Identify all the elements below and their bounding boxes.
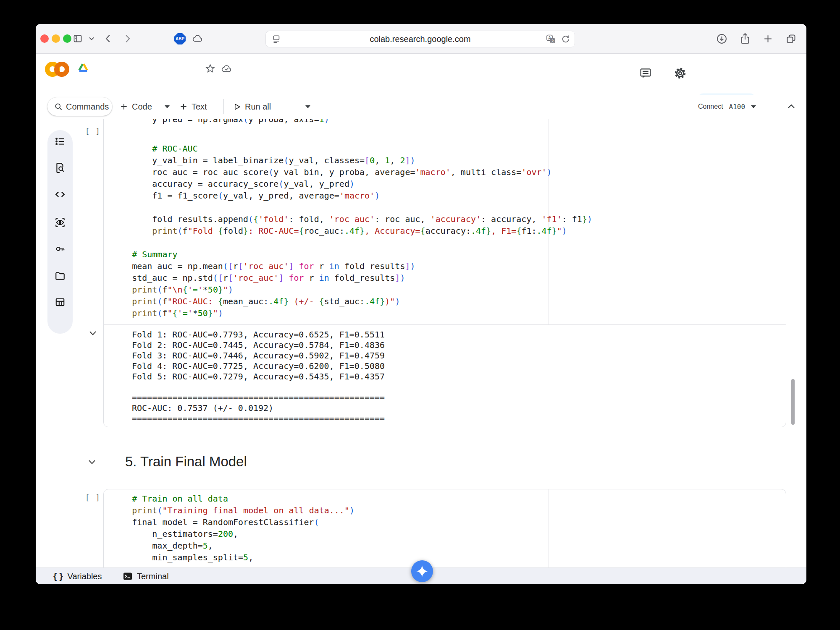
section-heading[interactable]: 5. Train Final Model	[125, 452, 247, 471]
colab-header: retrain_model.ipynb File Edit View Inser…	[36, 54, 806, 94]
table-of-contents-icon[interactable]	[55, 136, 66, 147]
code-cell-1[interactable]: y_pred = np.argmax(y_proba, axis=1) # RO…	[103, 119, 786, 427]
downloads-icon[interactable]	[716, 33, 727, 44]
cloud-extension-icon[interactable]	[192, 34, 204, 44]
reload-icon[interactable]	[561, 34, 570, 44]
toolbar-divider	[223, 99, 224, 114]
tab-overview-icon[interactable]	[785, 33, 797, 44]
secrets-key-icon[interactable]	[55, 243, 66, 254]
spark-icon	[416, 565, 428, 577]
cloud-saved-icon[interactable]	[221, 64, 233, 74]
add-text-button[interactable]: Text	[179, 97, 207, 116]
variables-button[interactable]: { } Variables	[53, 568, 102, 584]
terminal-button[interactable]: Terminal	[123, 568, 169, 584]
search-icon	[54, 102, 63, 111]
minimize-window-button[interactable]	[52, 34, 60, 43]
url-text: colab.research.google.com	[266, 31, 575, 47]
settings-gear-icon[interactable]	[674, 67, 687, 80]
output-collapse-chevron[interactable]	[89, 331, 97, 336]
run-all-button[interactable]: Run all	[233, 97, 271, 116]
sidebar-toggle-icon[interactable]	[73, 34, 83, 44]
braces-icon: { }	[53, 571, 63, 581]
run-all-label: Run all	[245, 102, 271, 112]
adblock-extension-icon[interactable]: ABP	[174, 33, 186, 44]
add-code-label: Code	[132, 102, 152, 112]
cell1-output-divider	[104, 324, 786, 325]
translate-icon[interactable]: A 文	[546, 34, 556, 44]
add-text-label: Text	[192, 102, 207, 112]
cell1-run-placeholder[interactable]: [ ]	[85, 127, 101, 136]
connect-caret[interactable]	[751, 105, 756, 108]
cell2-run-placeholder[interactable]: [ ]	[85, 494, 101, 502]
section-collapse-chevron[interactable]	[88, 460, 96, 465]
browser-window: ABP colab.research.google.com A 文	[36, 24, 806, 584]
code-snippets-icon[interactable]	[55, 189, 66, 200]
table-grid-icon[interactable]	[55, 297, 66, 308]
new-tab-icon[interactable]	[763, 34, 773, 44]
notebook-scrollbar[interactable]	[791, 379, 795, 425]
commands-label: Commands	[66, 102, 109, 112]
connect-button[interactable]: Connect A100	[698, 94, 756, 119]
forward-button[interactable]	[122, 33, 133, 44]
cell1-clipped-code-line: y_pred = np.argmax(y_proba, axis=1)	[112, 119, 329, 125]
comments-icon[interactable]	[639, 67, 652, 80]
editor-ruler	[549, 489, 549, 567]
svg-text:文: 文	[551, 39, 555, 43]
eye-scan-icon[interactable]	[55, 217, 66, 228]
files-folder-icon[interactable]	[55, 270, 66, 281]
find-replace-icon[interactable]	[55, 162, 66, 173]
back-button[interactable]	[103, 33, 114, 44]
collapse-header-chevron[interactable]	[788, 104, 795, 109]
add-code-button[interactable]: Code	[120, 97, 152, 116]
cell1-output: Fold 1: ROC-AUC=0.7793, Accuracy=0.6525,…	[132, 329, 385, 424]
code-cell-2[interactable]: # Train on all data print("Training fina…	[103, 489, 786, 567]
gemini-spark-button[interactable]	[411, 560, 433, 582]
connect-label: Connect	[698, 103, 723, 110]
variables-label: Variables	[68, 572, 102, 581]
cell2-code[interactable]: # Train on all data print("Training fina…	[112, 493, 354, 563]
drive-icon	[78, 63, 89, 73]
chevron-down-icon[interactable]	[89, 37, 94, 41]
browser-chrome: ABP colab.research.google.com A 文	[36, 24, 806, 54]
terminal-icon	[123, 571, 133, 581]
accelerator-badge: A100	[729, 103, 746, 111]
notebook-content: [ ] y_pred = np.argmax(y_proba, axis=1) …	[36, 119, 806, 567]
star-icon[interactable]	[205, 63, 215, 74]
address-bar[interactable]: colab.research.google.com A 文	[265, 31, 575, 47]
share-page-icon[interactable]	[739, 32, 751, 45]
terminal-label: Terminal	[137, 572, 169, 581]
notebook-toolbar: Commands Code Text Run all Connect A100	[36, 94, 806, 119]
zoom-window-button[interactable]	[63, 34, 71, 43]
code-dropdown-caret[interactable]	[165, 105, 170, 108]
commands-button[interactable]: Commands	[47, 97, 112, 116]
cell1-code[interactable]: # ROC-AUC y_val_bin = label_binarize(y_v…	[112, 143, 592, 319]
run-all-caret[interactable]	[305, 105, 310, 108]
close-window-button[interactable]	[40, 34, 49, 43]
